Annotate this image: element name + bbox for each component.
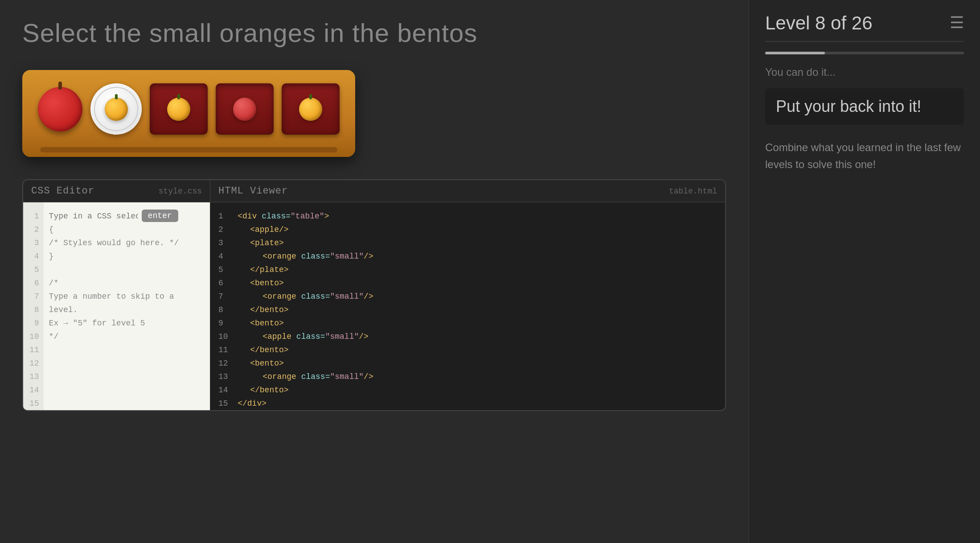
plate-item (90, 83, 142, 135)
css-line-numbers: 1234567891011121314151617181920 (23, 202, 44, 410)
html-editor-header: HTML Viewer table.html (210, 180, 725, 202)
motivational-box: Put your back into it! (765, 88, 964, 125)
description-text: Combine what you learned in the last few… (765, 139, 964, 173)
you-can-do-it: You can do it... (765, 66, 964, 78)
css-editor-title: CSS Editor (31, 185, 94, 197)
bento-illustration (22, 61, 726, 166)
html-viewer-filename: table.html (669, 187, 717, 196)
html-line-11: 11 </bento> (218, 343, 717, 357)
bento-3 (282, 83, 340, 135)
css-selector-input[interactable] (49, 210, 138, 223)
css-code-area: enter { /* Styles would go here. */ } /*… (44, 202, 210, 410)
menu-icon[interactable]: ☰ (950, 13, 964, 33)
bento-1 (150, 83, 208, 135)
orange-small-3 (299, 98, 322, 121)
html-viewer-title: HTML Viewer (218, 185, 288, 197)
apple-small-2 (233, 98, 256, 121)
progress-bar-fill (765, 52, 825, 54)
css-editor: CSS Editor style.css 1234567891011121314… (23, 180, 210, 410)
html-line-14: 14 </bento> (218, 383, 717, 397)
html-line-12: 12 <bento> (218, 357, 717, 370)
html-line-2: 2 <apple/> (218, 223, 717, 236)
html-line-10: 10 <apple class="small"/> (218, 330, 717, 343)
enter-button[interactable]: enter (142, 210, 178, 222)
css-input-line: enter (49, 210, 205, 223)
css-editor-header: CSS Editor style.css (23, 180, 210, 202)
html-viewer-body: 1 <div class="table"> 2 <apple/> 3 <plat… (210, 202, 725, 410)
apple-item (38, 87, 82, 132)
editor-area: CSS Editor style.css 1234567891011121314… (22, 179, 726, 411)
level-header: Level 8 of 26 ☰ (765, 12, 964, 42)
html-line-7: 7 <orange class="small"/> (218, 290, 717, 303)
css-comments: { /* Styles would go here. */ } /* Type … (49, 223, 205, 343)
left-panel: Select the small oranges in the bentos (0, 0, 748, 543)
html-line-5: 5 </plate> (218, 263, 717, 276)
html-line-4: 4 <orange class="small"/> (218, 250, 717, 263)
motivational-text: Put your back into it! (776, 97, 953, 116)
orange-on-plate (105, 98, 128, 121)
html-line-13: 13 <orange class="small"/> (218, 370, 717, 383)
html-line-9: 9 <bento> (218, 317, 717, 330)
css-editor-filename: style.css (159, 187, 202, 196)
orange-small-1 (167, 98, 190, 121)
progress-bar-container (765, 52, 964, 54)
html-line-8: 8 </bento> (218, 303, 717, 317)
html-viewer: HTML Viewer table.html 1 <div class="tab… (210, 180, 725, 410)
page-title: Select the small oranges in the bentos (22, 18, 726, 48)
html-line-3: 3 <plate> (218, 236, 717, 250)
right-panel: Level 8 of 26 ☰ You can do it... Put you… (748, 0, 980, 543)
html-line-15: 15 </div> (218, 397, 717, 410)
html-line-6: 6 <bento> (218, 276, 717, 290)
css-editor-body: 1234567891011121314151617181920 enter { … (23, 202, 210, 410)
level-title: Level 8 of 26 (765, 12, 873, 34)
bento-2 (216, 83, 274, 135)
html-line-1: 1 <div class="table"> (218, 210, 717, 223)
bento-tray (22, 70, 355, 157)
